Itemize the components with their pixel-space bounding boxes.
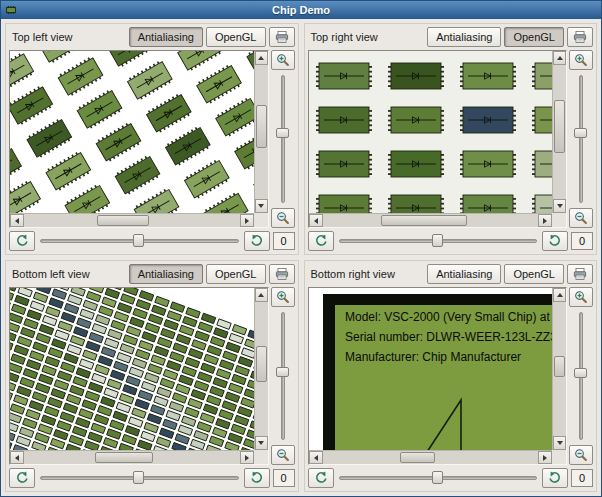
chip[interactable] <box>154 346 168 356</box>
chip[interactable] <box>33 292 47 302</box>
chip[interactable] <box>123 385 137 395</box>
chip[interactable] <box>45 151 92 192</box>
zoom-slider[interactable] <box>572 73 590 205</box>
chip[interactable] <box>173 343 187 353</box>
zoom-out-button[interactable] <box>271 208 295 228</box>
chip[interactable] <box>244 439 254 449</box>
chip[interactable] <box>30 351 44 361</box>
chip[interactable] <box>27 310 41 320</box>
chip[interactable] <box>129 367 143 377</box>
chip[interactable] <box>45 356 59 366</box>
chip[interactable] <box>152 305 166 315</box>
chip[interactable] <box>79 409 93 419</box>
scrollbar-thumb[interactable] <box>256 346 267 382</box>
chip[interactable] <box>46 307 60 317</box>
chip[interactable] <box>388 107 444 133</box>
chip[interactable] <box>219 410 233 420</box>
vertical-scrollbar[interactable] <box>552 288 566 450</box>
chip[interactable] <box>10 413 22 423</box>
chip[interactable] <box>157 387 171 397</box>
chip[interactable] <box>38 51 85 64</box>
chip[interactable] <box>70 385 84 395</box>
chip[interactable] <box>139 341 153 351</box>
chip[interactable] <box>163 369 177 379</box>
chip[interactable] <box>14 395 28 405</box>
chip[interactable] <box>388 195 444 213</box>
chip[interactable] <box>10 288 17 291</box>
chip[interactable] <box>195 331 209 341</box>
chip[interactable] <box>86 291 100 301</box>
chip[interactable] <box>216 369 230 379</box>
chip[interactable] <box>148 364 162 374</box>
chip[interactable] <box>92 373 106 383</box>
chip[interactable] <box>119 443 133 450</box>
rotate-slider-handle[interactable] <box>133 234 144 247</box>
chip[interactable] <box>189 349 203 359</box>
chip[interactable] <box>95 315 109 325</box>
rotate-right-button[interactable] <box>244 231 270 251</box>
scroll-up-button[interactable] <box>553 288 566 302</box>
chip[interactable] <box>108 329 122 339</box>
chip[interactable] <box>54 380 68 390</box>
chip[interactable] <box>200 413 214 423</box>
chip[interactable] <box>460 63 516 89</box>
chip[interactable] <box>110 420 124 430</box>
scrollbar-thumb[interactable] <box>97 215 149 226</box>
chip[interactable] <box>175 434 189 444</box>
scrollbar-track[interactable] <box>553 302 566 436</box>
chip[interactable] <box>50 438 64 448</box>
chip[interactable] <box>23 418 37 428</box>
chip[interactable] <box>10 85 54 126</box>
chip[interactable] <box>160 378 174 388</box>
scrollbar-track[interactable] <box>323 451 539 464</box>
chip[interactable] <box>532 195 553 213</box>
chip[interactable] <box>10 389 13 399</box>
chip[interactable] <box>102 297 116 307</box>
chip[interactable] <box>107 429 121 439</box>
horizontal-scrollbar[interactable] <box>10 213 254 227</box>
chip[interactable] <box>532 107 553 133</box>
chip[interactable] <box>234 129 254 170</box>
chip[interactable] <box>64 353 78 363</box>
chip[interactable] <box>23 368 37 378</box>
chip[interactable] <box>71 288 85 296</box>
chip[interactable] <box>20 377 34 387</box>
chip[interactable] <box>111 320 125 330</box>
chip[interactable] <box>198 372 212 382</box>
chip[interactable] <box>136 349 150 359</box>
chip[interactable] <box>213 427 227 437</box>
chip[interactable] <box>95 122 142 163</box>
scroll-down-button[interactable] <box>553 199 566 213</box>
chip[interactable] <box>164 320 178 330</box>
chip[interactable] <box>30 301 44 311</box>
scroll-up-button[interactable] <box>553 51 566 65</box>
chip[interactable] <box>136 300 150 310</box>
scroll-down-button[interactable] <box>553 436 566 450</box>
chip[interactable] <box>85 441 99 450</box>
scroll-up-button[interactable] <box>255 288 268 302</box>
rotate-slider[interactable] <box>38 232 241 250</box>
chip[interactable] <box>223 351 237 361</box>
chip[interactable] <box>201 363 215 373</box>
chip[interactable] <box>105 288 119 298</box>
chip[interactable] <box>138 440 152 450</box>
chip[interactable] <box>33 342 47 352</box>
rotate-left-button[interactable] <box>308 231 334 251</box>
chip[interactable] <box>24 319 38 329</box>
chip[interactable] <box>41 415 55 425</box>
chip[interactable] <box>147 414 161 424</box>
chip[interactable] <box>126 376 140 386</box>
chip[interactable] <box>107 51 154 68</box>
chip[interactable] <box>55 330 69 340</box>
chip[interactable] <box>145 373 159 383</box>
chip[interactable] <box>14 345 28 355</box>
chip[interactable] <box>107 379 121 389</box>
chip[interactable] <box>170 352 184 362</box>
chip[interactable] <box>86 341 100 351</box>
chip[interactable] <box>57 371 71 381</box>
zoom-slider[interactable] <box>274 310 292 442</box>
print-button[interactable] <box>567 264 593 284</box>
scroll-left-button[interactable] <box>309 214 323 227</box>
zoom-in-button[interactable] <box>271 50 295 70</box>
chip[interactable] <box>83 300 97 310</box>
